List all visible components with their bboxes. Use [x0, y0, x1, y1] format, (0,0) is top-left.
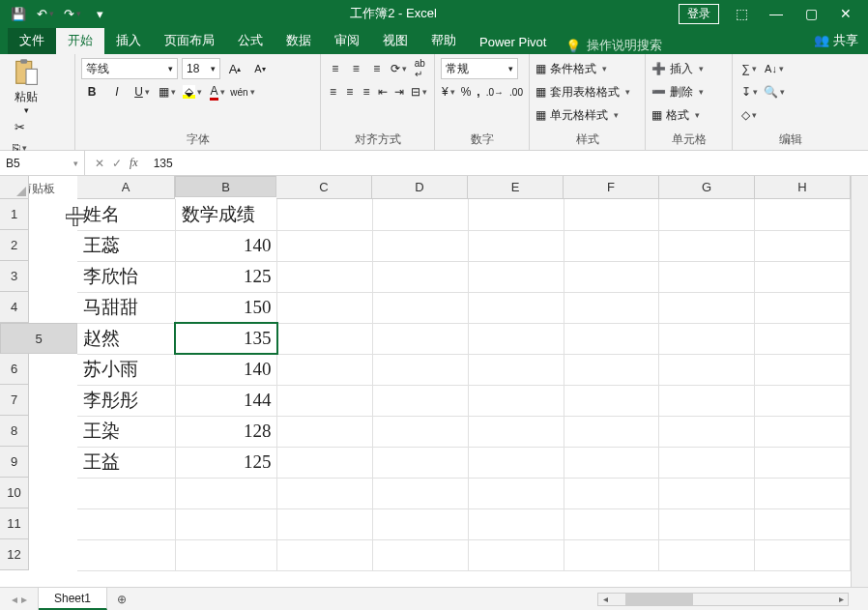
column-header-C[interactable]: C [276, 176, 372, 199]
maximize-button[interactable]: ▢ [798, 6, 824, 21]
cell[interactable] [755, 230, 851, 261]
cell[interactable] [755, 539, 851, 570]
cell[interactable] [659, 261, 755, 292]
cell[interactable] [277, 292, 373, 323]
cell[interactable]: 135 [175, 323, 277, 354]
delete-cells-button[interactable]: ➖删除 [651, 81, 726, 102]
row-header-12[interactable]: 12 [0, 539, 29, 570]
cell[interactable] [564, 416, 659, 447]
cell[interactable] [659, 416, 755, 447]
column-header-E[interactable]: E [468, 176, 564, 199]
font-size-select[interactable]: 18▾ [182, 58, 220, 79]
cell[interactable] [277, 199, 373, 230]
cell[interactable] [277, 261, 373, 292]
font-color-button[interactable]: A [207, 81, 228, 102]
cell[interactable] [468, 416, 564, 447]
cell[interactable] [77, 508, 175, 539]
format-cells-button[interactable]: ▦格式 [651, 104, 726, 126]
cell[interactable] [373, 292, 469, 323]
increase-font-icon[interactable]: A▴ [224, 58, 246, 79]
ribbon-display-icon[interactable]: ⬚ [729, 6, 754, 21]
cell[interactable] [755, 447, 851, 478]
cell[interactable]: 125 [175, 261, 277, 292]
cell[interactable] [659, 354, 755, 385]
cell[interactable] [659, 447, 755, 478]
tab-page-layout[interactable]: 页面布局 [153, 28, 226, 54]
row-header-10[interactable]: 10 [0, 478, 29, 508]
cell[interactable]: 马甜甜 [77, 292, 175, 323]
tell-me-search[interactable]: 💡 操作说明搜索 [565, 37, 662, 54]
cell[interactable] [659, 508, 755, 539]
cell[interactable] [373, 539, 469, 570]
cell[interactable] [468, 354, 564, 385]
fx-icon[interactable]: fx [130, 156, 138, 170]
cell[interactable] [373, 508, 469, 539]
fill-button[interactable]: ↧ [738, 81, 760, 102]
cell[interactable] [755, 478, 851, 508]
cell[interactable]: 苏小雨 [77, 354, 175, 385]
tab-data[interactable]: 数据 [275, 28, 323, 54]
tab-power-pivot[interactable]: Power Pivot [468, 31, 558, 54]
row-header-6[interactable]: 6 [0, 354, 29, 385]
increase-decimal-icon[interactable]: .0→ [485, 81, 505, 102]
tab-review[interactable]: 审阅 [323, 28, 371, 54]
save-icon[interactable]: 💾 [6, 3, 31, 24]
cell[interactable] [175, 539, 277, 570]
cell[interactable] [175, 508, 277, 539]
tab-insert[interactable]: 插入 [104, 28, 153, 54]
cell[interactable] [373, 478, 469, 508]
formula-bar[interactable]: 135 [148, 157, 868, 170]
cell[interactable] [564, 354, 659, 385]
cell[interactable] [373, 323, 469, 354]
autosum-button[interactable]: ∑ [738, 58, 760, 79]
comma-format-icon[interactable]: , [476, 81, 480, 102]
cell[interactable] [564, 261, 659, 292]
cell[interactable] [373, 230, 469, 261]
font-name-select[interactable]: 等线▾ [81, 58, 178, 79]
decrease-font-icon[interactable]: A▾ [249, 58, 271, 79]
cell[interactable]: 王益 [77, 447, 175, 478]
cut-icon[interactable]: ✂ [10, 117, 29, 136]
cell[interactable] [755, 323, 851, 354]
percent-format-icon[interactable]: % [460, 81, 473, 102]
accounting-format-icon[interactable]: ¥ [441, 81, 456, 102]
cell[interactable] [373, 261, 469, 292]
conditional-formatting-button[interactable]: ▦条件格式 [535, 58, 639, 79]
align-center-icon[interactable]: ≡ [343, 81, 356, 102]
cell[interactable] [373, 447, 469, 478]
align-bottom-icon[interactable]: ≡ [368, 58, 386, 79]
paste-button[interactable]: 粘贴 ▾ [6, 58, 46, 115]
cell[interactable] [277, 447, 373, 478]
column-header-F[interactable]: F [564, 176, 659, 199]
cell[interactable] [468, 508, 564, 539]
cell[interactable] [659, 230, 755, 261]
cell[interactable] [564, 508, 659, 539]
cell[interactable] [564, 447, 659, 478]
scroll-thumb[interactable] [625, 594, 693, 605]
share-button[interactable]: 👥 共享 [814, 32, 858, 49]
cancel-icon[interactable]: ✕ [95, 157, 104, 170]
cell[interactable]: 128 [175, 416, 277, 447]
cell[interactable]: 姓名 [77, 199, 175, 230]
vertical-scrollbar[interactable] [851, 176, 868, 587]
bold-button[interactable]: B [81, 81, 102, 102]
cell[interactable] [468, 292, 564, 323]
sort-filter-button[interactable]: A↓ [764, 58, 785, 79]
column-header-A[interactable]: A [77, 176, 175, 199]
cell[interactable] [468, 261, 564, 292]
cell[interactable]: 王染 [77, 416, 175, 447]
cell[interactable] [564, 323, 659, 354]
border-button[interactable]: ▦ [157, 81, 178, 102]
row-header-11[interactable]: 11 [0, 508, 29, 539]
sheet-tab-sheet1[interactable]: Sheet1 [39, 588, 107, 610]
column-header-G[interactable]: G [659, 176, 755, 199]
row-header-3[interactable]: 3 [0, 261, 29, 292]
cell[interactable] [468, 385, 564, 416]
cell[interactable] [755, 354, 851, 385]
cell[interactable] [564, 385, 659, 416]
tab-help[interactable]: 帮助 [420, 28, 468, 54]
cell[interactable] [175, 478, 277, 508]
cell[interactable]: 144 [175, 385, 277, 416]
column-header-H[interactable]: H [755, 176, 851, 199]
cell[interactable] [277, 416, 373, 447]
